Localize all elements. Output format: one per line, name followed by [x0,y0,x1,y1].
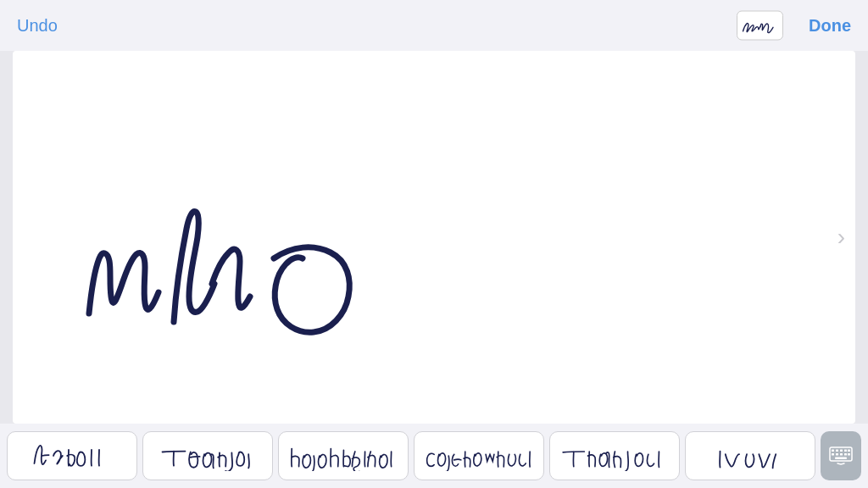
thinking-of-you-text [559,441,670,471]
top-bar: Undo Done [0,0,868,51]
done-button[interactable]: Done [809,16,851,36]
suggestion-happy-birthday[interactable] [278,431,409,480]
svg-rect-9 [840,453,843,456]
keyboard-toggle-button[interactable] [821,431,861,480]
im-sorry-text [716,441,785,471]
keyboard-icon [829,446,853,465]
preview-thumbnail[interactable] [737,11,783,41]
congratulations-text [424,441,534,471]
suggestions-bar [0,424,868,488]
handwriting-canvas[interactable]: › [13,51,855,424]
svg-rect-4 [840,450,843,452]
svg-rect-3 [836,450,838,452]
happy-birthday-text [288,441,398,471]
svg-rect-11 [848,453,850,456]
hello-text [31,441,114,471]
svg-rect-7 [832,453,834,456]
svg-rect-5 [844,450,847,452]
svg-rect-8 [836,453,838,456]
handwriting-content [64,127,487,364]
svg-rect-6 [848,450,850,452]
suggestion-thinking-of-you[interactable] [549,431,680,480]
thank-you-text [159,441,258,471]
suggestion-congratulations[interactable] [414,431,544,480]
next-chevron[interactable]: › [837,224,845,251]
suggestion-thank-you[interactable] [142,431,273,480]
svg-rect-2 [832,450,834,452]
svg-rect-10 [844,453,847,456]
undo-button[interactable]: Undo [17,16,58,36]
suggestion-im-sorry[interactable] [685,431,815,480]
svg-rect-12 [835,458,847,460]
suggestion-hello[interactable] [7,431,137,480]
